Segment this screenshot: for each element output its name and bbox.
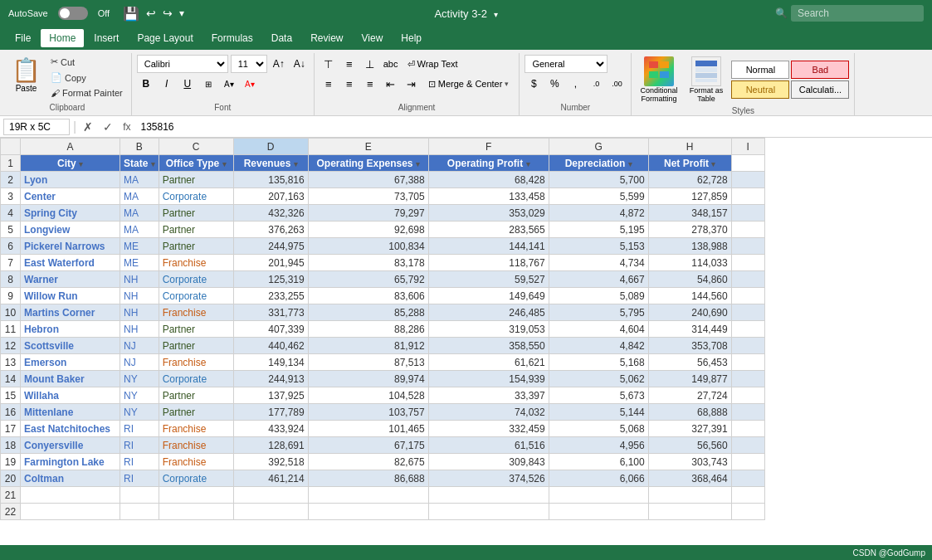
netprof-cell[interactable]: 144,560	[648, 288, 731, 304]
empty-cell[interactable]	[21, 487, 120, 504]
type-cell[interactable]: Franchise	[159, 421, 233, 437]
opprof-cell[interactable]: 144,141	[428, 238, 549, 255]
increase-decimal-button[interactable]: .00	[608, 75, 626, 93]
netprof-cell[interactable]: 56,560	[648, 437, 731, 454]
opex-cell[interactable]: 79,297	[308, 205, 428, 222]
menu-home[interactable]: Home	[41, 29, 84, 47]
empty-cell[interactable]	[731, 404, 764, 421]
opex-cell[interactable]: 65,792	[308, 271, 428, 288]
menu-view[interactable]: View	[354, 29, 392, 47]
netprof-cell[interactable]: 327,391	[648, 421, 731, 437]
state-cell[interactable]: MA	[120, 188, 159, 205]
revenue-cell[interactable]: 201,945	[233, 255, 308, 271]
depr-cell[interactable]: 5,599	[549, 188, 648, 205]
col-header-H[interactable]: H	[648, 139, 731, 155]
state-cell[interactable]: RI	[120, 437, 159, 454]
netprof-cell[interactable]: 127,859	[648, 188, 731, 205]
row-number[interactable]: 3	[1, 188, 21, 205]
row-number[interactable]: 9	[1, 288, 21, 304]
city-cell[interactable]: Pickerel Narrows	[21, 238, 120, 255]
col-header-F[interactable]: F	[428, 139, 549, 155]
revenue-cell[interactable]: 177,789	[233, 404, 308, 421]
row-number[interactable]: 13	[1, 354, 21, 371]
netprof-cell[interactable]: 27,724	[648, 387, 731, 404]
opprof-cell[interactable]: 68,428	[428, 172, 549, 188]
align-top-button[interactable]: ⊤	[320, 55, 338, 73]
col-header-D[interactable]: D	[233, 139, 308, 155]
state-cell[interactable]: NH	[120, 288, 159, 304]
city-cell[interactable]: Martins Corner	[21, 304, 120, 321]
empty-cell[interactable]	[731, 437, 764, 454]
state-cell[interactable]: NY	[120, 387, 159, 404]
align-center-button[interactable]: ≡	[340, 75, 359, 93]
empty-cell[interactable]	[428, 487, 549, 504]
empty-cell[interactable]	[549, 504, 648, 520]
type-cell[interactable]: Franchise	[159, 304, 233, 321]
copy-button[interactable]: 📄 Copy	[47, 71, 126, 85]
opex-cell[interactable]: 82,675	[308, 454, 428, 470]
opprof-cell[interactable]: 332,459	[428, 421, 549, 437]
state-cell[interactable]: NH	[120, 321, 159, 338]
type-cell[interactable]: Corporate	[159, 288, 233, 304]
border-button[interactable]: ⊞	[199, 75, 217, 93]
font-size-select[interactable]: 11	[231, 55, 267, 73]
row-number[interactable]: 18	[1, 437, 21, 454]
row-number[interactable]: 17	[1, 421, 21, 437]
percent-button[interactable]: %	[545, 75, 564, 93]
state-cell[interactable]: MA	[120, 222, 159, 238]
revenue-cell[interactable]: 137,925	[233, 387, 308, 404]
opex-cell[interactable]: 81,912	[308, 338, 428, 354]
revenue-cell[interactable]: 376,263	[233, 222, 308, 238]
wrap-text-button[interactable]: ⏎ Wrap Text	[403, 57, 463, 71]
netprof-cell[interactable]: 353,708	[648, 338, 731, 354]
city-cell[interactable]: Farmington Lake	[21, 454, 120, 470]
depr-cell[interactable]: 6,100	[549, 454, 648, 470]
city-cell[interactable]: Emerson	[21, 354, 120, 371]
redo-icon[interactable]: ↪	[163, 7, 173, 20]
revenue-cell[interactable]: 125,319	[233, 271, 308, 288]
depr-cell[interactable]: 5,089	[549, 288, 648, 304]
header-office-type[interactable]: Office Type ▾	[159, 155, 233, 172]
city-cell[interactable]: Spring City	[21, 205, 120, 222]
row-number[interactable]: 16	[1, 404, 21, 421]
netprof-cell[interactable]: 114,033	[648, 255, 731, 271]
header-city[interactable]: City ▾	[21, 155, 120, 172]
depr-cell[interactable]: 5,673	[549, 387, 648, 404]
type-cell[interactable]: Corporate	[159, 271, 233, 288]
empty-cell[interactable]	[159, 487, 233, 504]
col-header-G[interactable]: G	[549, 139, 648, 155]
opprof-cell[interactable]: 61,621	[428, 354, 549, 371]
type-cell[interactable]: Corporate	[159, 470, 233, 487]
city-cell[interactable]: Center	[21, 188, 120, 205]
empty-cell[interactable]	[648, 504, 731, 520]
underline-button[interactable]: U	[178, 75, 197, 93]
row-number[interactable]: 20	[1, 470, 21, 487]
autosave-toggle[interactable]	[58, 7, 88, 20]
opex-cell[interactable]: 73,705	[308, 188, 428, 205]
city-cell[interactable]: Hebron	[21, 321, 120, 338]
merge-center-button[interactable]: ⊡ Merge & Center ▾	[423, 77, 515, 91]
empty-cell[interactable]	[731, 288, 764, 304]
city-cell[interactable]: Mount Baker	[21, 371, 120, 387]
type-cell[interactable]: Corporate	[159, 188, 233, 205]
menu-page-layout[interactable]: Page Layout	[129, 29, 201, 47]
empty-cell[interactable]	[21, 504, 120, 520]
increase-indent-button[interactable]: ⇥	[403, 75, 421, 93]
city-cell[interactable]: Conyersville	[21, 437, 120, 454]
opprof-cell[interactable]: 59,527	[428, 271, 549, 288]
row-number[interactable]: 8	[1, 271, 21, 288]
align-middle-button[interactable]: ≡	[340, 55, 359, 73]
revenue-cell[interactable]: 432,326	[233, 205, 308, 222]
col-header-C[interactable]: C	[159, 139, 233, 155]
empty-cell[interactable]	[731, 470, 764, 487]
empty-cell[interactable]	[731, 487, 764, 504]
city-cell[interactable]: Willow Run	[21, 288, 120, 304]
menu-insert[interactable]: Insert	[85, 29, 127, 47]
netprof-cell[interactable]: 278,370	[648, 222, 731, 238]
empty-cell[interactable]	[731, 255, 764, 271]
opex-cell[interactable]: 87,513	[308, 354, 428, 371]
header-revenues[interactable]: Revenues ▾	[233, 155, 308, 172]
row-number[interactable]: 14	[1, 371, 21, 387]
opex-cell[interactable]: 92,698	[308, 222, 428, 238]
netprof-cell[interactable]: 54,860	[648, 271, 731, 288]
